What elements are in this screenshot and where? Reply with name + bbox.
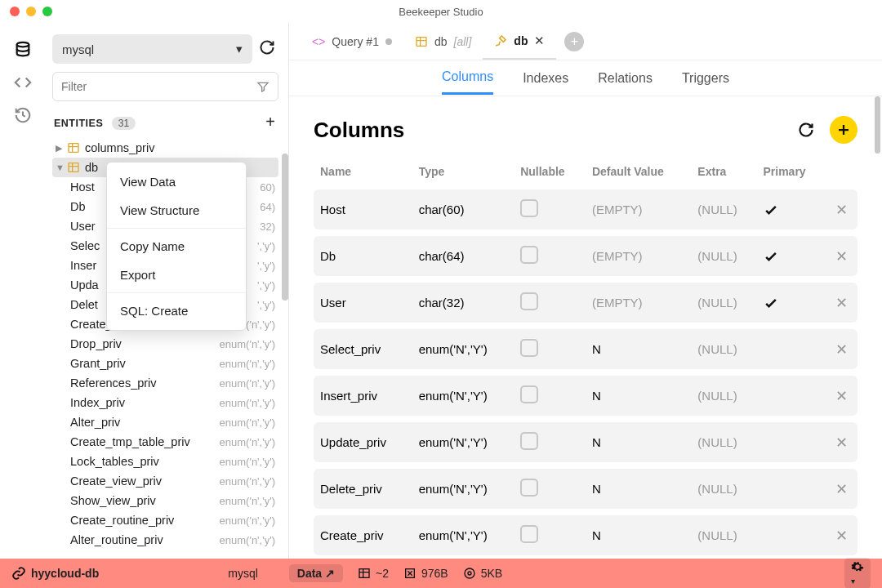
column-name: Delet — [70, 298, 98, 311]
add-tab-button[interactable]: + — [564, 32, 584, 51]
delete-row-button[interactable]: ✕ — [826, 283, 858, 323]
nullable-checkbox[interactable] — [520, 339, 538, 357]
entities-count: 31 — [112, 117, 136, 130]
nullable-checkbox[interactable] — [520, 432, 538, 450]
nullable-checkbox[interactable] — [520, 479, 538, 497]
cell-type: char(60) — [412, 189, 514, 229]
content-scrollbar[interactable] — [875, 96, 880, 154]
table-row[interactable]: Delete_privenum('N','Y')N(NULL)✕ — [314, 469, 858, 509]
nullable-checkbox[interactable] — [520, 385, 538, 403]
cell-type: char(32) — [412, 283, 514, 323]
delete-row-button[interactable]: ✕ — [826, 189, 858, 229]
chevron-right-icon[interactable]: ▶ — [56, 143, 67, 154]
connection-label: mysql — [62, 42, 94, 56]
add-entity-button[interactable]: + — [265, 113, 275, 131]
menu-item-copy-name[interactable]: Copy Name — [107, 232, 246, 261]
tree-column-row[interactable]: Show_view_privenum('n','y') — [52, 491, 278, 510]
nullable-checkbox[interactable] — [520, 292, 538, 310]
table-row[interactable]: Select_privenum('N','Y')N(NULL)✕ — [314, 329, 858, 369]
table-row[interactable]: Update_privenum('N','Y')N(NULL)✕ — [314, 422, 858, 462]
tree-column-row[interactable]: Create_view_privenum('n','y') — [52, 471, 278, 491]
cell-extra: (NULL) — [691, 469, 756, 509]
tree-column-row[interactable]: Grant_privenum('n','y') — [52, 354, 278, 373]
history-icon[interactable] — [14, 106, 32, 124]
column-name: Create_view_priv — [70, 474, 162, 488]
col-header-default: Default Value — [586, 165, 691, 183]
delete-row-button[interactable]: ✕ — [826, 329, 858, 369]
maximize-window-icon[interactable] — [42, 7, 52, 16]
tab-db-all[interactable]: db [all] — [403, 23, 483, 60]
filter-icon[interactable] — [256, 80, 270, 93]
columns-pane: Columns Name Type Nullable Default Value… — [289, 96, 882, 559]
delete-row-button[interactable]: ✕ — [826, 515, 858, 555]
tree-column-row[interactable]: References_privenum('n','y') — [52, 373, 278, 393]
table-row[interactable]: Dbchar(64)(EMPTY)(NULL)✕ — [314, 236, 858, 276]
table-row[interactable]: Userchar(32)(EMPTY)(NULL)✕ — [314, 283, 858, 323]
column-name: Inser — [70, 259, 96, 272]
column-type: 64) — [260, 201, 275, 213]
add-column-button[interactable] — [830, 116, 858, 144]
table-row[interactable]: Hostchar(60)(EMPTY)(NULL)✕ — [314, 189, 858, 229]
table-row[interactable]: Create_privenum('N','Y')N(NULL)✕ — [314, 515, 858, 555]
data-button[interactable]: Data ↗ — [289, 564, 343, 582]
delete-row-button[interactable]: ✕ — [826, 469, 858, 509]
context-menu: View Data View Structure Copy Name Expor… — [106, 162, 247, 331]
cell-primary — [756, 422, 826, 462]
subtab-indexes[interactable]: Indexes — [523, 71, 568, 94]
svg-rect-1 — [69, 144, 78, 153]
tree-column-row[interactable]: Drop_privenum('n','y') — [52, 334, 278, 354]
cell-default: (EMPTY) — [586, 189, 691, 229]
data-label: Data — [297, 567, 322, 580]
subtab-triggers[interactable]: Triggers — [682, 71, 729, 94]
tree-column-row[interactable]: Index_privenum('n','y') — [52, 393, 278, 412]
cell-type: enum('N','Y') — [412, 329, 514, 369]
tab-label: db — [514, 34, 528, 47]
filter-input-wrap[interactable] — [52, 72, 278, 101]
nullable-checkbox[interactable] — [520, 246, 538, 264]
minimize-window-icon[interactable] — [26, 7, 36, 16]
refresh-connection-button[interactable] — [259, 39, 278, 59]
tab-db-structure[interactable]: db ✕ — [483, 23, 556, 60]
menu-item-view-structure[interactable]: View Structure — [107, 196, 246, 225]
svg-point-6 — [468, 572, 471, 575]
database-icon[interactable] — [14, 41, 32, 59]
code-icon[interactable] — [14, 74, 32, 91]
tree-column-row[interactable]: Alter_privenum('n','y') — [52, 412, 278, 432]
filter-input[interactable] — [61, 80, 256, 93]
close-window-icon[interactable] — [10, 7, 20, 16]
refresh-columns-button[interactable] — [792, 116, 820, 144]
delete-row-button[interactable]: ✕ — [826, 376, 858, 416]
row-count: ~2 — [358, 567, 389, 580]
subtab-relations[interactable]: Relations — [598, 71, 653, 94]
menu-item-view-data[interactable]: View Data — [107, 167, 246, 196]
tree-column-row[interactable]: Lock_tables_privenum('n','y') — [52, 452, 278, 471]
connection-selector[interactable]: mysql ▾ — [52, 34, 252, 64]
nullable-checkbox[interactable] — [520, 199, 538, 217]
close-tab-button[interactable]: ✕ — [534, 33, 545, 48]
tree-column-row[interactable]: Alter_routine_privenum('n','y') — [52, 530, 278, 550]
svg-rect-3 — [416, 37, 426, 46]
status-bar: hyycloud-db mysql Data ↗ ~2 976B 5KB ▾ — [0, 559, 882, 588]
tree-column-row[interactable]: Create_routine_privenum('n','y') — [52, 510, 278, 530]
menu-item-sql-create[interactable]: SQL: Create — [107, 296, 246, 325]
titlebar: Beekeeper Studio — [0, 0, 882, 23]
connection-name: hyycloud-db — [31, 567, 99, 580]
svg-point-0 — [17, 42, 29, 47]
delete-row-button[interactable]: ✕ — [826, 422, 858, 462]
subtab-columns[interactable]: Columns — [442, 69, 493, 95]
tab-query-1[interactable]: <> Query #1 — [301, 23, 403, 60]
cell-extra: (NULL) — [691, 329, 756, 369]
cell-extra: (NULL) — [691, 515, 756, 555]
sidebar-scrollbar[interactable] — [282, 154, 288, 301]
svg-rect-2 — [69, 163, 78, 172]
table-row[interactable]: Insert_privenum('N','Y')N(NULL)✕ — [314, 376, 858, 416]
tree-column-row[interactable]: Create_tmp_table_privenum('n','y') — [52, 432, 278, 452]
nullable-checkbox[interactable] — [520, 525, 538, 543]
chevron-down-icon[interactable]: ▼ — [56, 163, 67, 172]
connection-status[interactable]: hyycloud-db — [11, 566, 99, 581]
delete-row-button[interactable]: ✕ — [826, 236, 858, 276]
column-type: enum('n','y') — [220, 358, 275, 370]
settings-button[interactable]: ▾ — [844, 558, 871, 588]
tree-table-row[interactable]: ▶ columns_priv — [52, 138, 278, 158]
menu-item-export[interactable]: Export — [107, 261, 246, 289]
